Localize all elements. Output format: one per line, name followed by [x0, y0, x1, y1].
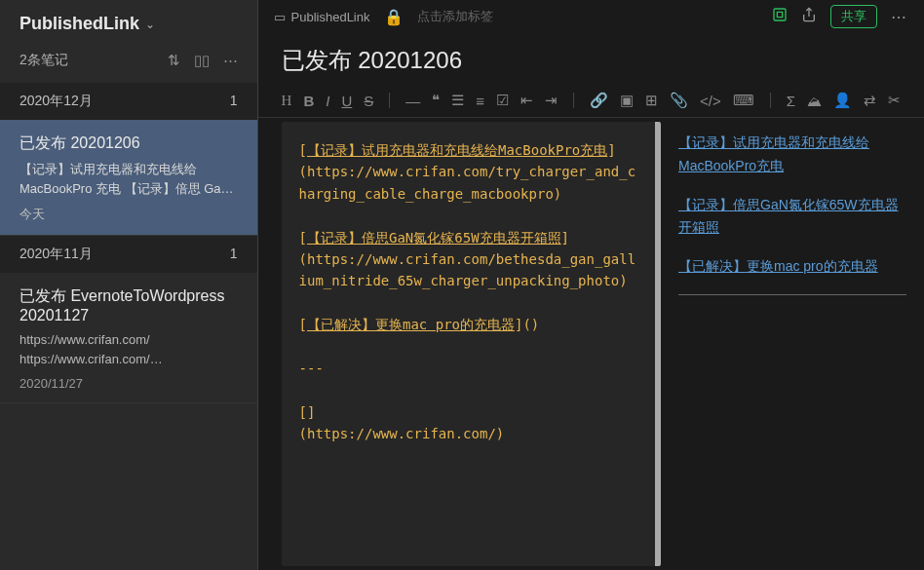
outline-divider [678, 294, 906, 295]
view-icon[interactable]: ▯▯ [194, 52, 210, 69]
note-preview: 【记录】试用充电器和充电线给 MacBookPro 充电 【记录】倍思 GaN … [19, 160, 238, 198]
editor-row: [【记录】试用充电器和充电线给MacBookPro充电] (https://ww… [258, 118, 924, 570]
hr-button[interactable]: — [405, 93, 420, 109]
top-bar: ▭ PublishedLink 🔒 点击添加标签 共享 ⋯ [258, 0, 924, 33]
mountain-icon[interactable]: ⛰ [807, 93, 822, 109]
month-label: 2020年11月 [19, 246, 93, 263]
note-item[interactable]: 已发布 EvernoteToWordpress 20201127 https:/… [0, 273, 257, 403]
main-panel: ▭ PublishedLink 🔒 点击添加标签 共享 ⋯ 已发布 202012… [258, 0, 924, 570]
code-block[interactable]: [【记录】试用充电器和充电线给MacBookPro充电] (https://ww… [282, 122, 661, 566]
sidebar-tools: ⇅ ▯▯ ⋯ [168, 52, 238, 69]
codeblock-button[interactable]: ⌨ [733, 92, 754, 109]
divider [770, 93, 771, 108]
month-count: 1 [230, 93, 238, 110]
month-label: 2020年12月 [19, 93, 93, 110]
checklist-button[interactable]: ☑ [496, 92, 509, 109]
notebook-icon: ▭ [274, 10, 286, 24]
md-url: (https://www.crifan.com/bethesda_gan_gal… [299, 248, 637, 292]
sidebar-subheader: 2条笔记 ⇅ ▯▯ ⋯ [0, 44, 257, 83]
more-icon[interactable]: ⋯ [223, 52, 238, 69]
note-title-input[interactable]: 已发布 20201206 [282, 45, 901, 76]
strike-button[interactable]: S [364, 93, 373, 109]
clip-icon[interactable]: ✂ [888, 92, 901, 109]
chevron-down-icon: ⌄ [145, 18, 155, 31]
code-button[interactable]: </> [700, 93, 721, 109]
outline-link[interactable]: 【已解决】更换mac pro的充电器 [678, 255, 906, 279]
breadcrumb[interactable]: ▭ PublishedLink [274, 10, 370, 24]
md-link: 【记录】试用充电器和充电线给MacBookPro充电 [307, 142, 607, 158]
outline-link[interactable]: 【记录】倍思GaN氮化镓65W充电器开箱照 [678, 194, 906, 241]
outline-link[interactable]: 【记录】试用充电器和充电线给MacBookPro充电 [678, 132, 906, 178]
top-actions: 共享 ⋯ [772, 5, 908, 28]
sort-icon[interactable]: ⇅ [168, 52, 180, 69]
note-date: 今天 [19, 206, 238, 223]
flow-icon[interactable]: ⇄ [864, 92, 876, 109]
note-count: 2条笔记 [19, 52, 68, 69]
md-link: 【已解决】更换mac pro的充电器 [307, 317, 515, 332]
sidebar: PublishedLink ⌄ 2条笔记 ⇅ ▯▯ ⋯ 2020年12月 1 已… [0, 0, 258, 570]
lock-icon[interactable]: 🔒 [384, 8, 404, 26]
ul-button[interactable]: ☰ [451, 92, 464, 109]
link-button[interactable]: 🔗 [590, 92, 608, 109]
md-link: 【记录】倍思GaN氮化镓65W充电器开箱照 [307, 230, 561, 246]
note-title: 已发布 EvernoteToWordpress 20201127 [19, 286, 238, 324]
quote-button[interactable]: ❝ [432, 92, 440, 109]
add-tag-hint[interactable]: 点击添加标签 [417, 8, 493, 25]
divider [573, 93, 574, 108]
heading-button[interactable]: H [282, 93, 292, 109]
table-button[interactable]: ⊞ [645, 92, 658, 109]
note-preview: https://www.crifan.com/ https://www.crif… [19, 330, 238, 368]
md-url: (https://www.crifan.com/try_charger_and_… [299, 161, 637, 205]
sigma-button[interactable]: Σ [787, 93, 795, 109]
ol-button[interactable]: ≡ [476, 93, 484, 109]
more-actions-icon[interactable]: ⋯ [891, 8, 908, 26]
note-date: 2020/11/27 [19, 376, 238, 391]
divider [389, 93, 390, 108]
breadcrumb-notebook: PublishedLink [291, 10, 370, 24]
underline-button[interactable]: U [341, 93, 352, 109]
month-header-dec: 2020年12月 1 [0, 83, 257, 120]
outline-panel: 【记录】试用充电器和充电线给MacBookPro充电 【记录】倍思GaN氮化镓6… [665, 122, 920, 566]
italic-button[interactable]: I [326, 93, 329, 109]
note-header: 已发布 20201206 [258, 33, 924, 84]
note-item-selected[interactable]: 已发布 20201206 【记录】试用充电器和充电线给 MacBookPro 充… [0, 120, 257, 236]
notebook-header[interactable]: PublishedLink ⌄ [0, 0, 257, 44]
md-url: (https://www.crifan.com/) [299, 423, 637, 444]
indent-button[interactable]: ⇥ [545, 92, 558, 109]
attach-button[interactable]: 📎 [670, 92, 688, 109]
share-button[interactable]: 共享 [830, 5, 877, 28]
svg-rect-0 [774, 9, 786, 20]
export-icon[interactable] [801, 7, 817, 26]
person-icon[interactable]: 👤 [833, 92, 852, 109]
month-header-nov: 2020年11月 1 [0, 236, 257, 273]
bold-button[interactable]: B [303, 93, 314, 109]
month-count: 1 [230, 246, 238, 263]
notebook-title: PublishedLink [19, 14, 139, 34]
editor-toolbar: H B I U S — ❝ ☰ ≡ ☑ ⇤ ⇥ 🔗 ▣ ⊞ 📎 </> ⌨ Σ [258, 84, 924, 118]
template-icon[interactable] [772, 7, 788, 26]
separator: --- [299, 358, 637, 379]
note-title: 已发布 20201206 [19, 133, 238, 154]
outdent-button[interactable]: ⇤ [520, 92, 533, 109]
image-button[interactable]: ▣ [620, 92, 634, 109]
